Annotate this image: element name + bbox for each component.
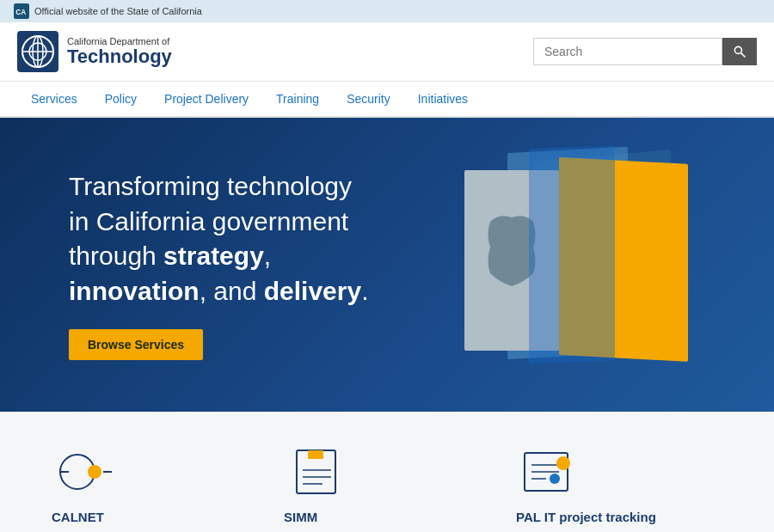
logo-text: California Department of Technology (67, 36, 172, 67)
hero-period: . (361, 277, 368, 305)
hero-section: Transforming technology in California go… (0, 118, 774, 412)
hero-line3: through (69, 242, 163, 270)
nav-link-initiatives[interactable]: Initiatives (404, 82, 482, 116)
hero-line1: Transforming technology (69, 172, 352, 200)
calnet-icon (52, 446, 120, 498)
header: California Department of Technology (0, 22, 774, 82)
ca-gov-icon: CA (14, 3, 29, 19)
search-button[interactable] (722, 38, 757, 65)
hero-headline: Transforming technology in California go… (69, 169, 368, 309)
nav-link-project-delivery[interactable]: Project Delivery (150, 82, 262, 116)
topbar-text: Official website of the State of Califor… (34, 6, 202, 16)
cards-section: CALNETThe California Network and Telecom… (0, 412, 774, 532)
svg-point-8 (734, 46, 741, 53)
logo-icon (17, 31, 58, 72)
hero-line2: in California government (69, 207, 348, 235)
svg-line-9 (741, 53, 746, 58)
nav-item: Security (333, 82, 404, 116)
top-bar: CA Official website of the State of Cali… (0, 0, 774, 22)
hero-graphic (396, 144, 722, 385)
svg-point-28 (556, 456, 570, 470)
card-pal: PAL IT project trackingProject Approval … (516, 446, 722, 532)
card-title: PAL IT project tracking (516, 510, 722, 524)
card-calnet: CALNETThe California Network and Telecom… (52, 446, 258, 532)
svg-text:CA: CA (15, 9, 26, 16)
browse-services-button[interactable]: Browse Services (69, 329, 203, 360)
search-icon (733, 45, 746, 58)
search-area (533, 38, 757, 65)
nav-link-security[interactable]: Security (333, 82, 404, 116)
nav-link-training[interactable]: Training (262, 82, 333, 116)
main-nav: ServicesPolicyProject DeliveryTrainingSe… (0, 82, 774, 118)
search-input[interactable] (533, 38, 722, 65)
hero-svg (396, 144, 722, 385)
hero-and: , and (200, 277, 264, 305)
simm-icon (284, 446, 353, 498)
nav-item: Policy (91, 82, 150, 116)
nav-link-policy[interactable]: Policy (91, 82, 150, 116)
svg-point-16 (88, 465, 101, 479)
nav-item: Training (262, 82, 333, 116)
pal-icon (516, 446, 585, 498)
hero-bold2: innovation (69, 277, 200, 305)
hero-comma: , (264, 242, 271, 270)
nav-item: Project Delivery (150, 82, 262, 116)
nav-item: Initiatives (404, 82, 482, 116)
card-simm: SIMMThe Statewide Information Management… (284, 446, 490, 532)
card-title: SIMM (284, 510, 490, 524)
logo-area: California Department of Technology (17, 31, 172, 72)
hero-bold1: strategy (163, 242, 264, 270)
nav-item: Services (17, 82, 91, 116)
svg-rect-20 (308, 450, 323, 459)
nav-link-services[interactable]: Services (17, 82, 91, 116)
org-title: Technology (67, 46, 172, 67)
svg-point-29 (550, 474, 560, 484)
svg-rect-14 (529, 146, 615, 364)
card-title: CALNET (52, 510, 258, 524)
hero-bold3: delivery (264, 277, 361, 305)
hero-text: Transforming technology in California go… (69, 169, 368, 360)
